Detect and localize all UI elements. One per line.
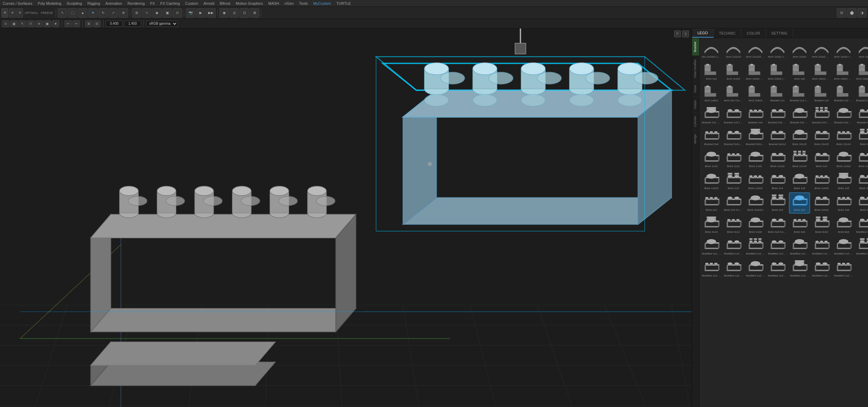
piece-item-85[interactable]: Modified 1x2 wit... [789,258,810,279]
piece-item-68[interactable]: Brick 4x4 Corner [767,215,788,236]
snap-view-btn[interactable]: ▣ [162,8,172,18]
piece-item-5[interactable]: Arch 1x3x2 [789,39,810,60]
mode-component-btn[interactable]: ▦ [10,20,18,27]
mode-dyn-btn[interactable]: ≋ [35,20,43,27]
piece-item-57[interactable]: Brick 2x2 [701,192,722,213]
piece-item-49[interactable]: Brick 1x2x5 [701,171,722,192]
side-tab-cylinder[interactable]: Cylinder [692,112,699,130]
piece-item-9[interactable]: Arch 1x4 [701,61,722,82]
piece-item-38[interactable]: Brick 10x20 [811,127,832,148]
camera-btn[interactable]: 📷 [186,8,195,18]
tool-a[interactable]: ◉ [219,8,229,18]
viewport-persp-btn[interactable]: P [674,30,681,37]
menu-poly-modeling[interactable]: Poly Modeling [38,1,61,5]
piece-item-80[interactable]: Modified 1x2 1 3... [855,236,868,257]
viewport-shading-btn[interactable]: S [682,30,689,37]
smooth-btn[interactable]: ⬤ [847,8,856,18]
shade-btn[interactable]: ◑ [857,8,867,18]
menu-motion-graphics[interactable]: Motion Graphics [236,1,263,5]
piece-item-86[interactable]: Modified 1x2 Wit... [811,258,832,279]
history2-btn[interactable]: ↪ [73,20,80,27]
piece-item-16[interactable]: Arch 1x6x3 1 3 ... [855,61,868,82]
menu-turtle[interactable]: TURTLE [336,1,351,5]
layout-btn[interactable]: ⊞ [85,20,93,27]
piece-item-66[interactable]: Brick 4x12 [723,215,744,236]
piece-item-18[interactable]: Arch 2x2 Corner [723,83,744,104]
mode-render-btn[interactable]: ▣ [43,20,51,27]
piece-item-51[interactable]: Brick 1x3x5 [745,171,766,192]
wire-btn[interactable]: ⊟ [837,8,846,18]
menu-mycustom[interactable]: MyCustom [313,1,331,5]
piece-item-59[interactable]: Brick 2x2x2U [745,192,766,213]
scale-input[interactable]: 1.450 [124,21,141,27]
render2-btn[interactable]: ▶▶ [206,8,216,18]
side-tab-slope[interactable]: Slope [692,81,699,96]
snap-grid-btn[interactable]: ⊞ [132,8,141,18]
piece-item-40[interactable]: Brick 1x1 [855,127,868,148]
piece-item-53[interactable]: Brick 1x6 [789,171,810,192]
piece-item-74[interactable]: Modified 1x1 wit... [723,236,744,257]
piece-item-70[interactable]: Brick 8x16 [811,215,832,236]
piece-item-79[interactable]: Modified 1x1x2 ... [833,236,854,257]
universal-tool-btn[interactable]: ⊕ [119,8,128,18]
lasso-tool-btn[interactable]: ⬚ [68,8,77,18]
piece-item-87[interactable]: Modified 1x2 2 ... [833,258,854,279]
paint-tool-btn[interactable]: ▲ [78,8,87,18]
piece-item-34[interactable]: Bracket 5x2x1 2 ... [723,127,744,148]
piece-item-12[interactable]: Arch 1x5x4 Invert... [767,61,788,82]
tab-technic[interactable]: TECHNIC [714,28,742,38]
magnet-btn[interactable]: ⊙ [173,8,182,18]
piece-item-61[interactable]: Brick 2x4 [789,192,810,213]
piece-item-2[interactable]: Arch 1x12x3 [723,39,744,60]
rotate-tool-btn[interactable]: ↻ [98,8,108,18]
piece-item-29[interactable]: Bracket 2x2 2x2 ... [789,105,810,126]
mode-object-btn[interactable]: ⊙ [2,20,9,27]
piece-item-43[interactable]: Brick 1x16 [745,149,766,170]
piece-item-77[interactable]: Modified 1x1 wit... [789,236,810,257]
piece-item-24[interactable]: Bracket 1x2 2x2 l... [855,83,868,104]
piece-item-82[interactable]: Modified 1x2 wit... [723,258,744,279]
piece-item-3[interactable]: Arch 1x12x5 Cur... [745,39,766,60]
piece-item-47[interactable]: Brick 1x2x2 [833,149,854,170]
piece-item-44[interactable]: Brick 1x1x3 [767,149,788,170]
piece-item-10[interactable]: Arch 1x4x2 [723,61,744,82]
menu-sculpting[interactable]: Sculpting [67,1,82,5]
piece-item-62[interactable]: Brick 2x4x3 [811,192,832,213]
piece-item-37[interactable]: Brick 10x10 [789,127,810,148]
piece-item-81[interactable]: Modified 1x2 Lou [701,258,722,279]
menu-custom[interactable]: Custom [185,1,198,5]
menu-fx-caching[interactable]: FX Caching [160,1,180,5]
piece-item-48[interactable]: Brick 1x2x3 [855,149,868,170]
side-tab-wedge[interactable]: Wedge [692,130,699,147]
piece-item-30[interactable]: Bracket 2x3 1x3 [811,105,832,126]
menu-curves-surfaces[interactable]: Curves / Surfaces [3,1,32,5]
piece-item-54[interactable]: Brick 1x4x5 [811,171,832,192]
mode-btn-3[interactable]: ⚙ [16,8,23,18]
piece-item-1[interactable]: Arc 2x14x2 1 3 01 [701,39,722,60]
piece-item-35[interactable]: Bracket 5x2x2 2 ... [745,127,766,148]
move-tool-btn[interactable]: ✛ [88,8,98,18]
piece-item-32[interactable]: Bracket 8x2x1 [855,105,868,126]
mode-custom-btn[interactable]: ★ [52,20,59,27]
piece-item-42[interactable]: Brick 1x12 [723,149,744,170]
viewport[interactable]: persp [0,28,692,407]
piece-item-14[interactable]: Arch 1x6x2 Curv... [811,61,832,82]
transform-input[interactable]: 0.400 [106,21,123,27]
piece-item-83[interactable]: Modified 1x2 wit... [745,258,766,279]
piece-item-4[interactable]: Arch 1x3x2 Jumper [767,39,788,60]
menu-rendering[interactable]: Rendering [127,1,145,5]
piece-item-78[interactable]: Modified 1x1 Wit... [811,236,832,257]
snap-curve-btn[interactable]: ∿ [142,8,152,18]
piece-item-28[interactable]: Bracket 2x2 1x4 [767,105,788,126]
mode-paint-btn[interactable]: ✎ [19,20,26,27]
mode-btn-1[interactable]: ⚙ [1,8,8,18]
piece-item-71[interactable]: Brick 8x8 [833,215,854,236]
piece-item-46[interactable]: Brick 1x2 [811,149,832,170]
piece-item-6[interactable]: Arch 1x3x2 Curv... [811,39,832,60]
tool-d[interactable]: ⊠ [250,8,259,18]
tool-c[interactable]: ⊡ [240,8,249,18]
piece-item-84[interactable]: Modified 1x2 wit... [767,258,788,279]
render-btn[interactable]: ▶ [196,8,205,18]
piece-item-72[interactable]: Modified 1x2 3 ... [855,215,868,236]
piece-item-15[interactable]: Arch 1x6x2 Modi... [833,61,854,82]
